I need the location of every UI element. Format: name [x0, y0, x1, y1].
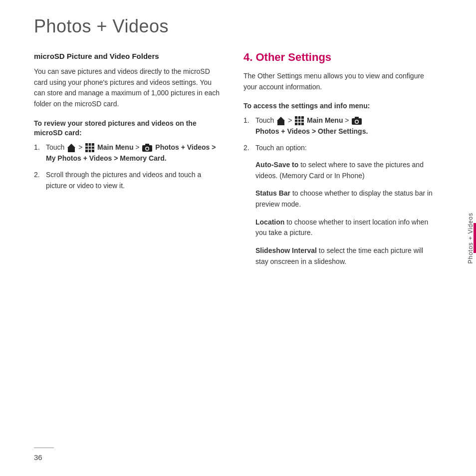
svg-marker-12 [277, 117, 285, 121]
r-step2-content: Touch an option: [255, 143, 433, 154]
right-column: 4. Other Settings The Other Settings men… [243, 51, 433, 274]
camera-icon [142, 143, 153, 152]
section4-intro: The Other Settings menu allows you to vi… [243, 71, 433, 92]
r-camera-icon [351, 116, 362, 125]
r-grid-icon [294, 116, 304, 126]
option-slideshow: Slideshow Interval to select the time ea… [255, 245, 433, 267]
right-step-1: 1. Touch > Main Menu > [243, 115, 433, 137]
bottom-divider [34, 448, 54, 448]
page-number: 36 [34, 453, 42, 462]
r-step1-content: Touch > Main Menu > [255, 115, 433, 137]
section4-heading: 4. Other Settings [243, 51, 433, 64]
options-list: Auto-Save to to select where to save the… [255, 160, 433, 267]
option-location: Location to choose whether to insert loc… [255, 217, 433, 238]
svg-rect-2 [85, 143, 94, 152]
left-step-2: 2. Scroll through the pictures and video… [34, 170, 224, 191]
page-title: Photos + Videos [0, 0, 476, 51]
r-step1-num: 1. [243, 115, 252, 137]
grid-icon [85, 143, 95, 153]
sidebar-tab-label: Photos + Videos [467, 213, 474, 264]
section4-subheading: To access the settings and info menu: [243, 101, 433, 111]
sidebar-accent [474, 223, 476, 253]
svg-point-10 [146, 148, 149, 150]
svg-rect-11 [277, 120, 284, 125]
page-footer: 36 [34, 453, 42, 462]
svg-rect-19 [355, 117, 359, 119]
option-autosave: Auto-Save to to select where to save the… [255, 160, 433, 181]
left-column: microSD Picture and Video Folders You ca… [34, 51, 224, 274]
review-subheading: To review your stored pictures and video… [34, 119, 224, 138]
home-icon [67, 143, 76, 152]
right-step-2: 2. Touch an option: [243, 143, 433, 154]
step1-num: 1. [34, 142, 43, 164]
option-location-label: Location [255, 218, 284, 226]
option-statusbar-label: Status Bar [255, 189, 290, 197]
r-step1-bold: Photos + Videos > Other Settings. [255, 127, 368, 135]
svg-marker-1 [67, 144, 75, 148]
option-statusbar: Status Bar to choose whether to display … [255, 188, 433, 210]
option-slideshow-label: Slideshow Interval [255, 246, 317, 254]
svg-rect-13 [295, 116, 304, 125]
r-step1-main-menu: Main Menu [307, 116, 345, 124]
r-step2-num: 2. [243, 143, 252, 154]
r-home-icon [276, 116, 285, 125]
option-autosave-label: Auto-Save to [255, 161, 298, 169]
microsd-heading: microSD Picture and Video Folders [34, 51, 224, 61]
step1-main-menu: Main Menu [97, 143, 135, 151]
step2-content: Scroll through the pictures and videos a… [46, 170, 224, 191]
microsd-body: You can save pictures and videos directl… [34, 66, 224, 110]
svg-rect-0 [68, 147, 75, 152]
left-step-1: 1. Touch > Main Menu > [34, 142, 224, 164]
step1-content: Touch > Main Menu > [46, 142, 224, 164]
step2-num: 2. [34, 170, 43, 191]
svg-point-21 [356, 121, 358, 123]
svg-rect-8 [145, 144, 149, 146]
